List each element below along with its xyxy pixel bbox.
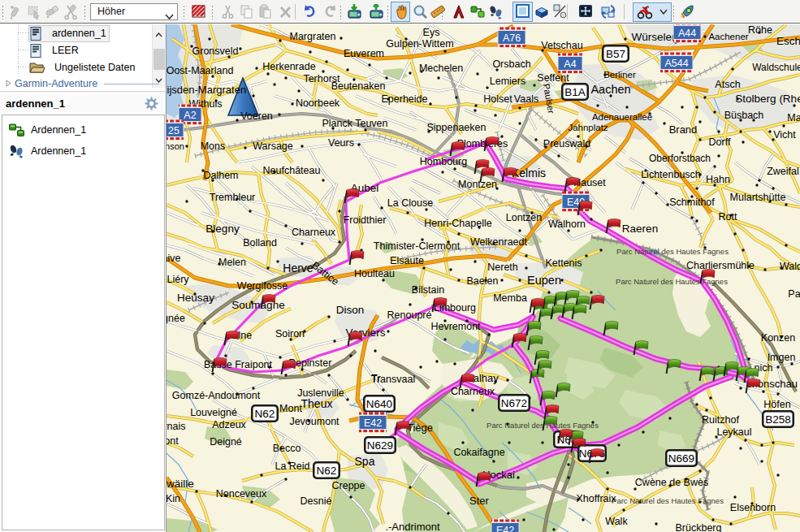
- svg-text:Deigné: Deigné: [210, 436, 242, 448]
- svg-text:Charneux: Charneux: [451, 386, 495, 397]
- svg-text:Atsch: Atsch: [715, 79, 740, 90]
- svg-text:Creppe: Creppe: [332, 480, 365, 491]
- svg-text:Heusay: Heusay: [177, 292, 214, 304]
- svg-text:Renoupré: Renoupré: [387, 309, 432, 321]
- svg-text:Pa: Pa: [788, 288, 800, 300]
- svg-text:Esch: Esch: [776, 35, 800, 47]
- svg-text:Brückberg: Brückberg: [676, 522, 722, 532]
- svg-text:A76: A76: [503, 32, 521, 44]
- svg-text:Kin: Kin: [166, 493, 180, 504]
- svg-text:Aachen: Aachen: [590, 83, 630, 96]
- svg-text:Jahnplatz: Jahnplatz: [568, 123, 608, 132]
- svg-text:Soumagne: Soumagne: [231, 299, 284, 311]
- svg-text:Blegny: Blegny: [205, 223, 240, 235]
- svg-text:Liéry: Liéry: [166, 274, 189, 285]
- svg-text:Hevremont: Hevremont: [430, 321, 481, 332]
- svg-text:N640: N640: [366, 398, 392, 410]
- svg-text:Transvaal: Transvaal: [371, 374, 415, 385]
- svg-text:Raeren: Raeren: [622, 223, 658, 235]
- svg-text:Würselen: Würselen: [631, 31, 677, 43]
- svg-text:Theux: Theux: [301, 397, 333, 410]
- svg-text:Oost-Maarland: Oost-Maarland: [166, 65, 233, 76]
- svg-text:La Reid: La Reid: [275, 461, 309, 472]
- svg-text:Herkenrade: Herkenrade: [262, 61, 315, 72]
- svg-text:Walk: Walk: [605, 516, 628, 527]
- svg-text:Mont: Mont: [279, 403, 302, 414]
- svg-text:Waldschule: Waldschule: [752, 62, 800, 73]
- svg-text:Lichtenbusch: Lichtenbusch: [641, 169, 701, 180]
- svg-text:Cokaifagne: Cokaifagne: [453, 447, 504, 458]
- svg-text:aive: aive: [166, 253, 181, 264]
- svg-text:A44: A44: [678, 28, 696, 39]
- svg-text:Desnié: Desnié: [301, 495, 332, 507]
- svg-text:Cwène de Bwès: Cwène de Bwès: [635, 477, 708, 488]
- svg-text:Imgen: Imgen: [768, 352, 796, 363]
- svg-text:Noorbeek: Noorbeek: [296, 97, 340, 109]
- svg-text:Voeren: Voeren: [240, 110, 273, 122]
- svg-text:.-Andrimont: .-Andrimont: [385, 521, 440, 532]
- svg-text:Röhe: Röhe: [748, 24, 772, 36]
- svg-text:Walhorn: Walhorn: [548, 218, 586, 230]
- svg-text:Gulpen-Wittem: Gulpen-Wittem: [386, 38, 453, 50]
- svg-text:Xhoffraix: Xhoffraix: [576, 493, 616, 504]
- svg-text:Kelmis: Kelmis: [512, 167, 546, 179]
- svg-text:Brand: Brand: [669, 123, 698, 136]
- svg-text:Memba: Memba: [493, 292, 527, 304]
- svg-text:E42: E42: [364, 417, 382, 429]
- svg-text:Stolberg (Rhe: Stolberg (Rhe: [735, 93, 800, 105]
- svg-text:Beutenaken: Beutenaken: [331, 80, 386, 92]
- svg-text:Parc Naturel des Hautes Fagnes: Parc Naturel des Hautes Fagnes: [612, 496, 724, 505]
- svg-text:Bilstain: Bilstain: [412, 284, 444, 296]
- svg-text:Ruitzhof: Ruitzhof: [702, 414, 739, 426]
- svg-text:Seffent: Seffent: [537, 72, 569, 84]
- svg-text:rnais: rnais: [166, 421, 186, 432]
- svg-text:Vicht: Vicht: [773, 129, 796, 141]
- svg-text:Konzen: Konzen: [761, 332, 795, 344]
- svg-text:Eys: Eys: [423, 27, 440, 38]
- svg-text:Ster: Ster: [469, 495, 490, 507]
- svg-text:Soiron: Soiron: [275, 328, 305, 340]
- svg-text:Jevoumont: Jevoumont: [289, 416, 339, 427]
- svg-text:N62: N62: [255, 408, 275, 420]
- svg-text:B57: B57: [606, 48, 625, 60]
- svg-text:Zweifal: Zweifal: [767, 166, 799, 177]
- svg-text:Warsage: Warsage: [253, 141, 293, 152]
- svg-text:Mechelen: Mechelen: [419, 63, 463, 74]
- svg-text:Trembleur: Trembleur: [210, 192, 256, 203]
- svg-text:Berliner: Berliner: [603, 70, 636, 80]
- svg-text:Lemiers: Lemiers: [490, 76, 525, 87]
- svg-text:Höfen: Höfen: [763, 399, 790, 410]
- svg-text:N672: N672: [501, 397, 527, 409]
- svg-text:A2: A2: [184, 110, 196, 121]
- svg-text:Froidthier: Froidthier: [344, 214, 387, 226]
- svg-text:Charliersmühle: Charliersmühle: [686, 260, 755, 271]
- svg-text:Kettenis: Kettenis: [545, 257, 582, 269]
- svg-text:N629: N629: [367, 439, 393, 452]
- svg-text:Lontzen: Lontzen: [506, 212, 543, 223]
- svg-text:A544: A544: [664, 58, 688, 69]
- svg-text:Vaals: Vaals: [514, 93, 538, 105]
- svg-text:Spa: Spa: [355, 455, 375, 468]
- svg-text:nson: nson: [166, 141, 184, 151]
- svg-text:Eijsden-Margraten: Eijsden-Margraten: [166, 84, 246, 96]
- svg-text:B258: B258: [765, 413, 791, 426]
- svg-text:Tiège: Tiège: [407, 422, 433, 434]
- svg-text:Dorff: Dorff: [709, 136, 731, 148]
- svg-text:Ma: Ma: [787, 112, 800, 123]
- svg-text:B1A: B1A: [564, 86, 586, 98]
- svg-text:Leykaul: Leykaul: [716, 426, 751, 438]
- svg-text:Rott: Rott: [719, 211, 737, 223]
- svg-text:Baelen: Baelen: [467, 275, 499, 287]
- svg-text:Melen: Melen: [218, 257, 246, 268]
- svg-text:Büsbach: Büsbach: [724, 110, 764, 121]
- svg-text:Veurs: Veurs: [328, 137, 354, 149]
- svg-text:Henri-Chapelle: Henri-Chapelle: [424, 218, 491, 229]
- svg-text:N62: N62: [317, 465, 337, 477]
- svg-text:Nonceveux: Nonceveux: [216, 488, 267, 500]
- svg-text:Aachener: Aachener: [708, 32, 748, 41]
- svg-text:Herve: Herve: [283, 262, 314, 275]
- svg-text:Elsaute: Elsaute: [390, 255, 424, 266]
- svg-text:Hahn: Hahn: [706, 174, 730, 185]
- svg-text:Dison: Dison: [336, 304, 365, 316]
- svg-text:Oberforstbach: Oberforstbach: [649, 153, 711, 164]
